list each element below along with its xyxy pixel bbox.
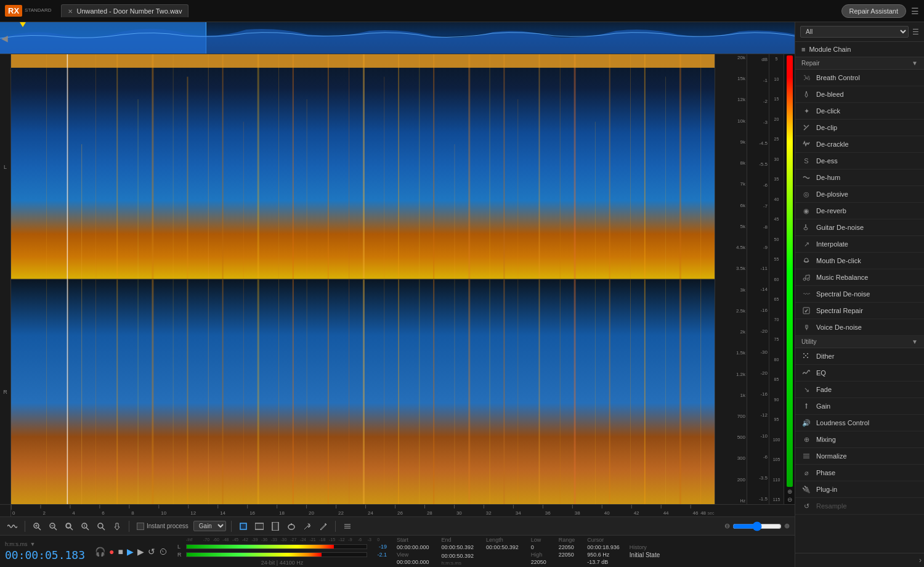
select-freq-button[interactable] xyxy=(269,521,282,532)
module-plugin[interactable]: 🔌 Plug-in xyxy=(795,481,924,498)
range-value: 22050 xyxy=(559,544,575,550)
utility-chevron-icon: ▼ xyxy=(912,338,918,345)
process-module-select[interactable]: GainPitchPan xyxy=(193,521,226,531)
module-loudness-control[interactable]: 🔊 Loudness Control xyxy=(795,415,924,431)
freq-label: 200 xyxy=(716,478,745,483)
status-col-start: Start 00:00:00.000 View 00:00:00.000 xyxy=(397,537,429,566)
module-interpolate[interactable]: ↗ Interpolate xyxy=(795,236,924,253)
status-col-range: Range 22050 22050 xyxy=(559,537,575,566)
metronome-button[interactable]: ⏲ xyxy=(159,547,168,557)
zoom-fit-button[interactable] xyxy=(94,521,108,532)
vu-fill-r xyxy=(187,553,322,557)
zoom-in-icon xyxy=(33,522,41,531)
zoom-fit-icon xyxy=(97,522,105,531)
time-format-label: h:m:s.ms xyxy=(5,541,28,547)
active-tab[interactable]: ✕ Unwanted - Door Number Two.wav xyxy=(61,4,188,17)
module-filter-select[interactable]: AllRepairUtility xyxy=(800,26,909,38)
db-meter-bar xyxy=(787,55,793,487)
svg-rect-110 xyxy=(255,523,264,529)
module-spectral-repair[interactable]: Spectral Repair xyxy=(795,303,924,319)
hamburger-icon[interactable]: ☰ xyxy=(911,6,919,16)
interpolate-icon: ↗ xyxy=(801,239,811,249)
expand-panel-icon[interactable]: › xyxy=(919,556,922,565)
headphone-icon[interactable]: 🎧 xyxy=(95,547,105,557)
utility-section-header[interactable]: Utility ▼ xyxy=(795,336,924,348)
zoom-freq-button[interactable] xyxy=(78,521,92,532)
timeline-inner[interactable]: 0 2 4 6 8 10 12 14 16 xyxy=(11,505,715,516)
spectrogram-main[interactable] xyxy=(11,54,715,504)
meter-label: 25 xyxy=(771,137,782,141)
magic-wand-button[interactable] xyxy=(301,521,314,532)
module-de-bleed[interactable]: De-bleed xyxy=(795,86,924,103)
module-mixing[interactable]: ⊕ Mixing xyxy=(795,431,924,448)
loudness-control-label: Loudness Control xyxy=(816,419,869,426)
meter-label: 105 xyxy=(771,457,782,462)
svg-rect-128 xyxy=(803,353,804,354)
record-button[interactable]: ● xyxy=(109,547,114,557)
module-de-hum[interactable]: De-hum xyxy=(795,169,924,186)
pencil-tool-button[interactable] xyxy=(317,521,330,532)
module-breath-control[interactable]: 🌬 Breath Control xyxy=(795,70,924,86)
zoom-out-time-button[interactable] xyxy=(46,521,60,532)
resample-label: Resample xyxy=(816,502,847,510)
instant-process-label: Instant process xyxy=(147,523,188,529)
fit-selection-button[interactable] xyxy=(62,521,76,532)
select-rect-button[interactable] xyxy=(237,521,250,532)
zoom-slider[interactable] xyxy=(732,521,782,531)
list-view-button[interactable] xyxy=(341,521,354,532)
play-selection-button[interactable]: ▶ xyxy=(127,547,134,557)
module-de-plosive[interactable]: ◎ De-plosive xyxy=(795,186,924,203)
zoom-in-icon[interactable]: ⊕ xyxy=(787,488,792,495)
spectral-de-noise-label: Spectral De-noise xyxy=(816,290,870,298)
module-de-reverb[interactable]: ◉ De-reverb xyxy=(795,203,924,219)
lasso-tool-button[interactable] xyxy=(285,521,298,532)
module-chain-button[interactable]: ≡ Module Chain xyxy=(795,42,924,57)
module-list-icon[interactable]: ☰ xyxy=(912,28,919,36)
module-normalize[interactable]: Normalize xyxy=(795,448,924,465)
zoom-plus-icon[interactable]: ⊕ xyxy=(784,522,790,530)
freq-label: 4.5k xyxy=(716,245,745,250)
waveform-overview[interactable]: ◀ xyxy=(0,22,795,54)
scroll-left-icon[interactable]: ◀ xyxy=(1,33,8,43)
zoom-minus-icon[interactable]: ⊖ xyxy=(724,522,730,530)
module-fade[interactable]: ↘ Fade xyxy=(795,381,924,398)
meter-label: 10 xyxy=(771,77,782,81)
repair-section-header[interactable]: Repair ▼ xyxy=(795,57,924,70)
select-time-button[interactable] xyxy=(253,521,266,532)
module-guitar-de-noise[interactable]: Guitar De-noise xyxy=(795,219,924,236)
db-label: -6 xyxy=(748,454,768,460)
module-phase[interactable]: ⌀ Phase xyxy=(795,465,924,481)
zoom-out-icon[interactable]: ⊖ xyxy=(787,496,792,503)
module-spectral-de-noise[interactable]: 〰 Spectral De-noise xyxy=(795,286,924,303)
zoom-in-time-button[interactable] xyxy=(30,521,44,532)
waveform-mode-button[interactable] xyxy=(5,521,20,531)
pan-tool-button[interactable] xyxy=(110,521,124,532)
module-de-crackle[interactable]: De-crackle xyxy=(795,136,924,153)
freq-select-icon xyxy=(271,522,280,531)
vu-scale: -Inf -70 -60 -48 -45 -42 -39 -36 -33 -30… xyxy=(186,537,387,542)
play-button[interactable]: ▶ xyxy=(137,547,144,557)
time-dropdown-icon[interactable]: ▼ xyxy=(30,541,36,547)
tab-close-icon[interactable]: ✕ xyxy=(68,8,73,15)
module-resample[interactable]: ↺ Resample xyxy=(795,498,924,515)
loop-button[interactable]: ↺ xyxy=(148,547,155,557)
module-gain[interactable]: Gain xyxy=(795,398,924,415)
history-section: History Initial State xyxy=(630,544,660,558)
module-music-rebalance[interactable]: Music Rebalance xyxy=(795,269,924,286)
module-dither[interactable]: Dither xyxy=(795,348,924,365)
stop-button[interactable]: ■ xyxy=(118,547,123,557)
svg-rect-18 xyxy=(307,99,307,504)
spectrogram-container[interactable]: L R xyxy=(0,54,795,504)
module-mouth-de-click[interactable]: Mouth De-click xyxy=(795,253,924,269)
module-de-ess[interactable]: S De-ess xyxy=(795,153,924,169)
module-de-clip[interactable]: De-clip xyxy=(795,120,924,136)
freq-label: 15k xyxy=(716,76,745,81)
module-de-click[interactable]: ✦ De-click xyxy=(795,103,924,120)
repair-assistant-button[interactable]: Repair Assistant xyxy=(841,4,906,18)
instant-process-checkbox[interactable] xyxy=(137,523,144,530)
module-voice-de-noise[interactable]: 🎙 Voice De-noise xyxy=(795,319,924,336)
svg-rect-38 xyxy=(665,77,666,505)
module-eq[interactable]: EQ xyxy=(795,365,924,381)
de-click-label: De-click xyxy=(816,107,840,115)
svg-point-107 xyxy=(98,523,103,528)
